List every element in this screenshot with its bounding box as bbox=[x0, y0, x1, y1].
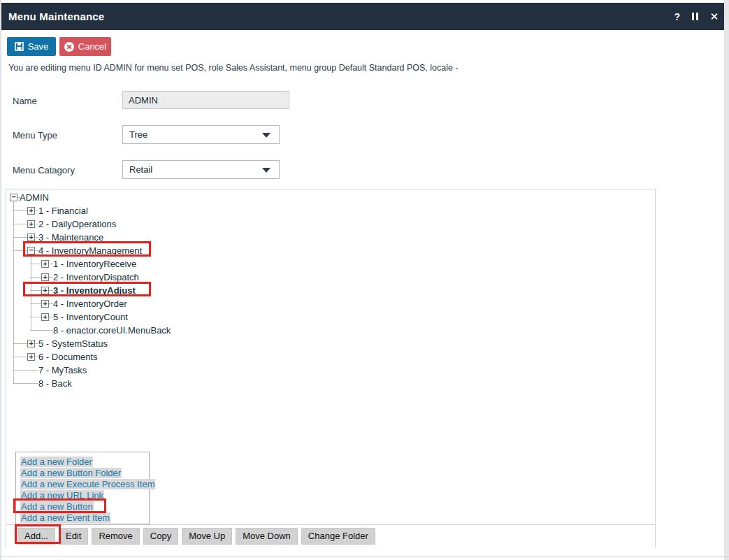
tree-node-label: 4 - InventoryOrder bbox=[53, 299, 127, 309]
window-right-edge bbox=[724, 0, 729, 560]
menu-type-label: Menu Type bbox=[13, 130, 57, 141]
expand-icon[interactable]: + bbox=[41, 260, 49, 268]
close-icon[interactable] bbox=[710, 13, 718, 20]
tree-node-label: 6 - Documents bbox=[38, 352, 98, 362]
pause-icon[interactable] bbox=[692, 13, 698, 20]
cancel-button[interactable]: Cancel bbox=[59, 37, 111, 56]
tree-node-label: 1 - Financial bbox=[38, 206, 88, 216]
tree-node-inventorycount[interactable]: + 5 - InventoryCount bbox=[6, 310, 655, 324]
tree-node-back[interactable]: 8 - Back bbox=[6, 377, 655, 390]
copy-button[interactable]: Copy bbox=[143, 528, 178, 545]
add-button-folder-link[interactable]: Add a new Button Folder bbox=[20, 468, 149, 479]
tree-node-dailyoperations[interactable]: + 2 - DailyOperations bbox=[6, 217, 655, 231]
tree-node-menuback[interactable]: 8 - enactor.coreUI.MenuBack bbox=[6, 324, 655, 337]
window-titlebar: Menu Maintenance ? bbox=[0, 3, 729, 30]
add-url-link-link[interactable]: Add a new URL Link bbox=[20, 490, 149, 501]
collapse-icon[interactable]: − bbox=[10, 194, 17, 201]
menu-type-value: Tree bbox=[129, 129, 147, 140]
tree-node-admin[interactable]: − ADMIN bbox=[6, 191, 655, 204]
remove-button[interactable]: Remove bbox=[92, 528, 139, 545]
add-folder-link[interactable]: Add a new Folder bbox=[20, 457, 149, 468]
menu-category-value: Retail bbox=[129, 164, 152, 175]
expand-icon[interactable]: + bbox=[41, 313, 49, 321]
add-popup-menu: Add a new Folder Add a new Button Folder… bbox=[15, 452, 150, 524]
circle-x-icon bbox=[64, 42, 74, 52]
add-event-item-link[interactable]: Add a new Event Item bbox=[20, 512, 149, 524]
link-label: Add a new Button Folder bbox=[20, 468, 122, 478]
tree-node-label: 2 - InventoryDispatch bbox=[53, 272, 139, 282]
tree-node-inventoryorder[interactable]: + 4 - InventoryOrder bbox=[6, 297, 655, 310]
tree-node-inventoryreceive[interactable]: + 1 - InventoryReceive bbox=[6, 257, 655, 271]
expand-icon[interactable]: + bbox=[41, 287, 49, 294]
expand-icon[interactable]: + bbox=[27, 234, 35, 241]
move-up-button[interactable]: Move Up bbox=[182, 528, 232, 545]
change-folder-button[interactable]: Change Folder bbox=[301, 528, 375, 545]
tree-node-inventoryadjust[interactable]: + 3 - InventoryAdjust bbox=[6, 284, 655, 297]
tree-node-label: 7 - MyTasks bbox=[38, 365, 87, 375]
page-title: Menu Maintenance bbox=[8, 10, 104, 22]
expand-icon[interactable]: + bbox=[27, 353, 35, 361]
chevron-down-icon bbox=[262, 133, 270, 138]
tree-node-label: 3 - InventoryAdjust bbox=[53, 285, 136, 296]
tree-node-label: 5 - InventoryCount bbox=[53, 312, 128, 322]
link-label: Add a new Folder bbox=[20, 457, 93, 467]
titlebar-icons: ? bbox=[674, 11, 718, 22]
tree-node-mytasks[interactable]: 7 - MyTasks bbox=[6, 364, 655, 377]
collapse-icon[interactable]: − bbox=[27, 247, 35, 254]
tree-node-inventorydispatch[interactable]: + 2 - InventoryDispatch bbox=[6, 271, 655, 284]
cancel-button-label: Cancel bbox=[78, 41, 106, 52]
edit-button[interactable]: Edit bbox=[59, 528, 88, 545]
expand-icon[interactable]: + bbox=[27, 220, 35, 228]
link-label: Add a new URL Link bbox=[20, 490, 104, 501]
link-label: Add a new Event Item bbox=[20, 512, 110, 523]
menu-category-label: Menu Catagory bbox=[13, 165, 75, 175]
tree-node-documents[interactable]: + 6 - Documents bbox=[6, 350, 655, 364]
tree-node-label: 3 - Maintenance bbox=[38, 232, 103, 243]
tree-actions-toolbar: Add... Edit Remove Copy Move Up Move Dow… bbox=[6, 524, 655, 547]
save-button[interactable]: Save bbox=[7, 37, 56, 56]
expand-icon[interactable]: + bbox=[41, 300, 49, 308]
tree-node-label: 5 - SystemStatus bbox=[38, 338, 108, 349]
menu-type-select[interactable]: Tree bbox=[122, 125, 280, 144]
tree-node-label: 8 - Back bbox=[38, 378, 72, 389]
expand-icon[interactable]: + bbox=[27, 340, 35, 347]
add-button[interactable]: Add... bbox=[17, 528, 55, 545]
tree-node-systemstatus[interactable]: + 5 - SystemStatus bbox=[6, 337, 655, 350]
link-label: Add a new Execute Process Item bbox=[20, 479, 155, 489]
tree-node-label: 2 - DailyOperations bbox=[38, 219, 116, 229]
link-label: Add a new Button bbox=[20, 501, 94, 512]
expand-icon[interactable]: + bbox=[41, 273, 49, 281]
tree-node-maintenance[interactable]: + 3 - Maintenance bbox=[6, 231, 655, 244]
move-down-button[interactable]: Move Down bbox=[236, 528, 298, 545]
expand-icon[interactable]: + bbox=[27, 207, 35, 215]
tree-node-label: 4 - InventoryManagement bbox=[38, 245, 142, 256]
name-label: Name bbox=[13, 96, 37, 106]
tree-node-label: 1 - InventoryReceive bbox=[53, 259, 136, 269]
editing-info-text: You are editing menu ID ADMIN for menu s… bbox=[8, 63, 459, 73]
help-icon[interactable]: ? bbox=[674, 11, 680, 22]
chevron-down-icon bbox=[262, 168, 270, 173]
tree-node-inventorymanagement[interactable]: − 4 - InventoryManagement bbox=[6, 244, 655, 257]
name-input[interactable] bbox=[122, 91, 289, 109]
floppy-disk-icon bbox=[15, 42, 24, 51]
window-bottom-edge bbox=[0, 557, 729, 557]
save-button-label: Save bbox=[28, 41, 49, 52]
tree-node-label: 8 - enactor.coreUI.MenuBack bbox=[53, 325, 171, 336]
add-execute-process-item-link[interactable]: Add a new Execute Process Item bbox=[20, 479, 149, 490]
window-left-edge bbox=[0, 0, 1, 560]
menu-category-select[interactable]: Retail bbox=[122, 160, 280, 179]
tree-node-label: ADMIN bbox=[20, 192, 49, 203]
tree-node-financial[interactable]: + 1 - Financial bbox=[6, 204, 655, 217]
add-button-link[interactable]: Add a new Button bbox=[20, 501, 149, 512]
